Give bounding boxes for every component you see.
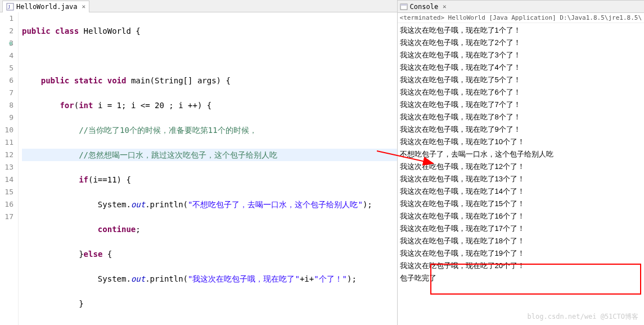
console-line: 我这次在吃包子哦，现在吃了3个了！ (400, 49, 642, 61)
console-line: 我这次在吃包子哦，现在吃了19个了！ (400, 247, 642, 260)
line-number: 12 (0, 149, 13, 161)
editor-tab-label: HelloWorld.java (16, 3, 77, 11)
svg-text:J: J (8, 4, 10, 10)
console-line: 包子吃完了 (400, 272, 642, 284)
console-line: 我这次在吃包子哦，现在吃了20个了！ (400, 260, 642, 272)
console-line: 我这次在吃包子哦，现在吃了10个了！ (400, 136, 642, 148)
line-number: 3 (0, 37, 13, 50)
watermark: blog.csdn.net/wei @51CTO博客 (528, 312, 638, 322)
line-number: 10 (0, 124, 13, 136)
console-line: 我这次在吃包子哦，现在吃了17个了！ (400, 222, 642, 235)
console-line: 我这次在吃包子哦，现在吃了14个了！ (400, 185, 642, 198)
line-number: 1 (0, 12, 13, 25)
line-number-gutter: 1 2 3 4 5 6 7 8 9 10 11 12 13 14 15 16 1… (0, 12, 19, 325)
editor-pane: J HelloWorld.java ✕ 1 2 3 4 5 6 7 8 9 10… (0, 0, 398, 325)
line-number: 7 (0, 87, 13, 99)
console-line: 我这次在吃包子哦，现在吃了9个了！ (400, 123, 642, 136)
editor-tab[interactable]: J HelloWorld.java ✕ (2, 1, 89, 12)
console-line: 我这次在吃包子哦，现在吃了5个了！ (400, 74, 642, 86)
console-line: 我这次在吃包子哦，现在吃了2个了！ (400, 37, 642, 49)
line-number: 2 (0, 25, 13, 37)
close-icon[interactable]: ✕ (443, 3, 447, 10)
line-number: 14 (0, 173, 13, 186)
line-number: 11 (0, 136, 13, 149)
code-area[interactable]: public class HelloWorld { public static … (19, 12, 397, 325)
line-number: 4 (0, 50, 13, 62)
line-number: 5 (0, 62, 13, 74)
line-number: 15 (0, 186, 13, 198)
console-line: 我这次在吃包子哦，现在吃了15个了！ (400, 198, 642, 210)
line-number: 6 (0, 74, 13, 87)
line-number: 17 (0, 211, 13, 223)
line-number: 16 (0, 198, 13, 211)
console-line: 我这次在吃包子哦，现在吃了7个了！ (400, 99, 642, 111)
line-number: 8 (0, 99, 13, 112)
console-line: 我这次在吃包子哦，现在吃了12个了！ (400, 161, 642, 173)
console-status: <terminated> HelloWorld [Java Applicatio… (398, 13, 644, 23)
console-line: 我这次在吃包子哦，现在吃了18个了！ (400, 235, 642, 247)
java-file-icon: J (6, 3, 14, 11)
console-line: 我这次在吃包子哦，现在吃了6个了！ (400, 86, 642, 99)
close-icon[interactable]: ✕ (82, 3, 85, 10)
console-pane: Console ✕ <terminated> HelloWorld [Java … (398, 0, 644, 325)
console-line: 我这次在吃包子哦，现在吃了16个了！ (400, 210, 642, 222)
console-line: 我这次在吃包子哦，现在吃了13个了！ (400, 173, 642, 185)
console-tab-bar: Console ✕ (398, 1, 644, 13)
console-icon (400, 3, 408, 11)
console-line: 我这次在吃包子哦，现在吃了4个了！ (400, 61, 642, 74)
console-output[interactable]: 我这次在吃包子哦，现在吃了1个了！我这次在吃包子哦，现在吃了2个了！我这次在吃包… (398, 23, 644, 325)
svg-rect-3 (400, 4, 407, 6)
editor-body[interactable]: 1 2 3 4 5 6 7 8 9 10 11 12 13 14 15 16 1… (0, 12, 397, 325)
console-tab-label[interactable]: Console (410, 3, 439, 11)
line-number: 9 (0, 112, 13, 124)
console-line: 我这次在吃包子哦，现在吃了8个了！ (400, 111, 642, 123)
console-line: 我这次在吃包子哦，现在吃了1个了！ (400, 24, 642, 37)
console-line: 不想吃包子了，去喝一口水，这个包子给别人吃 (400, 148, 642, 161)
editor-tab-bar: J HelloWorld.java ✕ (0, 0, 397, 12)
line-number: 13 (0, 161, 13, 173)
